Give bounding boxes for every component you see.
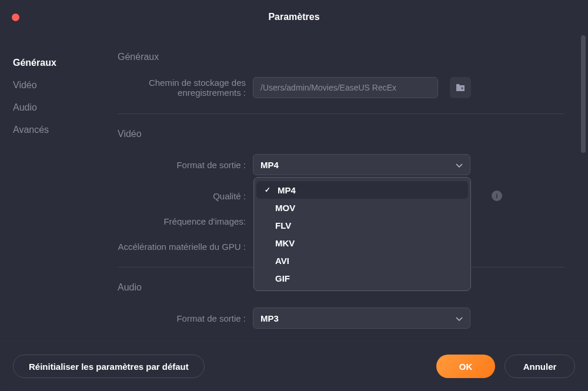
gpu-label: Accélération matérielle du GPU : <box>118 242 253 252</box>
chevron-down-icon <box>456 160 463 170</box>
folder-icon <box>456 83 465 92</box>
storage-path-label: Chemin de stockage des enregistrements : <box>118 78 253 98</box>
sidebar-item-video[interactable]: Vidéo <box>13 74 106 96</box>
close-icon[interactable] <box>12 14 19 21</box>
sidebar-item-avances[interactable]: Avancés <box>13 119 106 141</box>
audio-format-label: Format de sortie : <box>118 313 253 323</box>
window-title: Paramètres <box>0 12 588 22</box>
reset-defaults-button[interactable]: Réinitialiser les paramètres par défaut <box>13 355 205 378</box>
audio-format-select[interactable]: MP3 <box>253 308 470 329</box>
video-format-select[interactable]: MP4 ✓ MP4 MOV FLV <box>253 154 470 175</box>
section-title-general: Généraux <box>118 52 564 62</box>
browse-folder-button[interactable] <box>450 77 471 98</box>
row-audio-format: Format de sortie : MP3 <box>118 308 564 329</box>
row-storage-path: Chemin de stockage des enregistrements :… <box>118 77 564 98</box>
sidebar-item-audio[interactable]: Audio <box>13 96 106 119</box>
cancel-button[interactable]: Annuler <box>505 355 575 378</box>
storage-path-input[interactable]: /Users/admin/Movies/EaseUS RecEx <box>253 77 438 98</box>
info-icon[interactable]: i <box>492 191 502 201</box>
quality-label: Qualité : <box>118 191 253 201</box>
dropdown-option-gif[interactable]: GIF <box>254 269 470 287</box>
dropdown-option-mkv[interactable]: MKV <box>254 234 470 252</box>
footer: Réinitialiser les paramètres par défaut … <box>0 341 588 391</box>
sidebar: Généraux Vidéo Audio Avancés <box>0 34 106 341</box>
divider <box>118 113 564 114</box>
check-icon: ✓ <box>265 186 275 194</box>
video-format-label: Format de sortie : <box>118 160 253 170</box>
chevron-down-icon <box>456 313 463 323</box>
row-video-format: Format de sortie : MP4 ✓ MP4 MOV <box>118 154 564 175</box>
audio-format-value: MP3 <box>260 313 279 323</box>
framerate-label: Fréquence d'images: <box>118 216 253 226</box>
sidebar-item-generaux[interactable]: Généraux <box>13 52 106 74</box>
video-format-value: MP4 <box>260 160 279 170</box>
ok-button[interactable]: OK <box>436 355 495 378</box>
titlebar: Paramètres <box>0 0 588 34</box>
dropdown-option-mp4[interactable]: ✓ MP4 <box>256 181 468 199</box>
section-title-video: Vidéo <box>118 129 564 139</box>
dropdown-option-avi[interactable]: AVI <box>254 252 470 269</box>
dropdown-option-flv[interactable]: FLV <box>254 216 470 234</box>
main: Généraux Vidéo Audio Avancés Généraux Ch… <box>0 34 588 341</box>
content: Généraux Chemin de stockage des enregist… <box>106 34 588 341</box>
dropdown-option-mov[interactable]: MOV <box>254 199 470 216</box>
scrollbar[interactable] <box>581 35 586 153</box>
video-format-dropdown: ✓ MP4 MOV FLV MKV <box>253 177 471 291</box>
